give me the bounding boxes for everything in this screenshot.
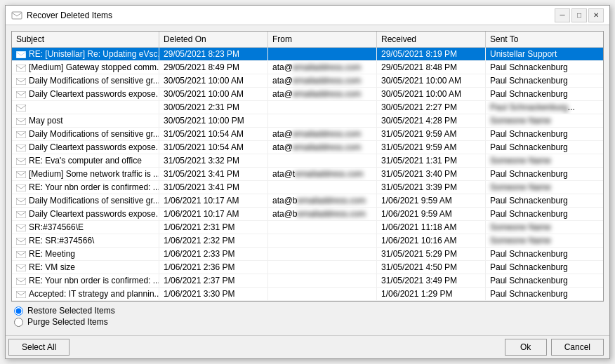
cell-received: 1/06/2021 11:18 AM <box>377 221 486 234</box>
table-row[interactable]: Daily Modifications of sensitive gr...30… <box>12 74 603 88</box>
table-row[interactable]: RE: Meeting1/06/2021 2:33 PM31/05/2021 5… <box>12 248 603 261</box>
cell-from <box>268 221 377 234</box>
cell-sent-to: Someone Name <box>486 221 595 234</box>
ok-button[interactable]: Ok <box>505 339 547 356</box>
cell-subject: Daily Modifications of sensitive gr... <box>12 194 159 207</box>
col-deleted-on[interactable]: Deleted On <box>159 32 268 47</box>
restore-radio[interactable] <box>14 306 23 316</box>
table-header: Subject Deleted On From Received Sent To <box>12 32 603 48</box>
cell-sent-to: Unistellar Support <box>486 48 595 60</box>
table-row[interactable]: Accepted: IT strategy and plannin...1/06… <box>12 288 603 301</box>
table-row[interactable]: RE: Eva's computer and office31/05/2021 … <box>12 154 603 168</box>
cell-sent-to: Paul Schnackenburg <box>486 128 595 140</box>
cell-sent-to: Someone Name <box>486 234 595 247</box>
email-icon <box>16 237 26 244</box>
options-section: Restore Selected Items Purge Selected It… <box>11 302 604 330</box>
cell-sent-to: Paul Schnackenburg <box>486 248 595 260</box>
close-button[interactable]: ✕ <box>588 8 604 22</box>
cell-received: 31/05/2021 9:59 AM <box>377 141 486 154</box>
table-row[interactable]: RE: Your nbn order is confirmed: ...31/0… <box>12 181 603 194</box>
cell-from <box>268 181 377 194</box>
table-row[interactable]: RE: Your nbn order is confirmed: ...1/06… <box>12 274 603 288</box>
svg-rect-0 <box>12 12 22 19</box>
table-row[interactable]: Daily Cleartext passwords expose...30/05… <box>12 88 603 101</box>
table-row[interactable]: RE: SR:#374566\1/06/2021 2:32 PM1/06/202… <box>12 234 603 248</box>
purge-option[interactable]: Purge Selected Items <box>14 317 601 327</box>
dialog: Recover Deleted Items ─ □ ✕ Subject Dele… <box>5 5 610 359</box>
cell-from <box>268 234 377 247</box>
dialog-icon <box>11 10 22 21</box>
col-sent-to[interactable]: Sent To <box>486 32 595 47</box>
cell-subject: Daily Cleartext passwords expose... <box>12 141 159 154</box>
dialog-title: Recover Deleted Items <box>27 11 555 20</box>
cell-deleted-on: 30/05/2021 10:00 AM <box>159 88 268 100</box>
cell-subject: RE: Your nbn order is confirmed: ... <box>12 181 159 194</box>
cell-deleted-on: 1/06/2021 2:31 PM <box>159 221 268 234</box>
cell-from: ata@emailaddress.com <box>268 61 377 74</box>
select-all-button[interactable]: Select All <box>8 339 70 356</box>
email-icon <box>16 117 26 124</box>
purge-label: Purge Selected Items <box>27 317 108 327</box>
table-row[interactable]: Daily Cleartext passwords expose...31/05… <box>12 141 603 154</box>
table-row[interactable]: RE: [Unistellar] Re: Updating eVsc...29/… <box>12 48 603 61</box>
cell-from <box>268 288 377 300</box>
svg-rect-18 <box>16 278 26 285</box>
cell-deleted-on: 1/06/2021 10:17 AM <box>159 194 268 207</box>
svg-rect-8 <box>16 144 26 151</box>
table-row[interactable]: May post30/05/2021 10:00 PM30/05/2021 4:… <box>12 114 603 128</box>
cell-from: ata@temailaddress.com <box>268 168 377 180</box>
cell-sent-to: Paul Schnackenburg <box>486 194 595 207</box>
svg-rect-19 <box>16 291 26 298</box>
cell-sent-to: Paul Schnackenburg <box>486 208 595 220</box>
email-icon <box>16 104 26 111</box>
cell-deleted-on: 1/06/2021 3:30 PM <box>159 288 268 300</box>
table-row[interactable]: RE: VM size1/06/2021 2:36 PM31/05/2021 4… <box>12 261 603 274</box>
window-controls: ─ □ ✕ <box>555 8 604 22</box>
table-body: RE: [Unistellar] Re: Updating eVsc...29/… <box>12 48 603 301</box>
svg-rect-14 <box>16 224 26 231</box>
cell-sent-to: Paul Schnackenburg <box>486 168 595 180</box>
table-row[interactable]: 30/05/2021 2:31 PM30/05/2021 2:27 PMPaul… <box>12 101 603 114</box>
cell-from <box>268 48 377 60</box>
svg-rect-11 <box>16 184 26 191</box>
cell-deleted-on: 30/05/2021 10:00 PM <box>159 114 268 127</box>
cell-deleted-on: 1/06/2021 2:37 PM <box>159 274 268 287</box>
table-row[interactable]: Daily Modifications of sensitive gr...31… <box>12 128 603 141</box>
svg-rect-2 <box>16 65 26 72</box>
col-subject[interactable]: Subject <box>12 32 159 47</box>
table-row[interactable]: [Medium] Gateway stopped comm...29/05/20… <box>12 61 603 74</box>
cell-subject: RE: [Unistellar] Re: Updating eVsc... <box>12 48 159 60</box>
purge-radio[interactable] <box>14 318 23 327</box>
cell-from <box>268 114 377 127</box>
table-row[interactable]: [Medium] Some network traffic is ...31/0… <box>12 168 603 181</box>
maximize-button[interactable]: □ <box>571 8 587 22</box>
cell-subject: Accepted: IT strategy and plannin... <box>12 288 159 300</box>
restore-option[interactable]: Restore Selected Items <box>14 306 601 316</box>
table-row[interactable]: SR:#374566\E1/06/2021 2:31 PM1/06/2021 1… <box>12 221 603 234</box>
cell-subject: Daily Modifications of sensitive gr... <box>12 128 159 140</box>
cell-from <box>268 261 377 274</box>
svg-rect-16 <box>16 251 26 258</box>
svg-rect-4 <box>16 91 26 98</box>
minimize-button[interactable]: ─ <box>555 8 570 22</box>
email-icon <box>16 184 26 191</box>
cell-received: 1/06/2021 10:16 AM <box>377 234 486 247</box>
svg-rect-13 <box>16 211 26 218</box>
col-received[interactable]: Received <box>377 32 486 47</box>
svg-rect-9 <box>16 158 26 165</box>
cell-deleted-on: 29/05/2021 8:49 PM <box>159 61 268 74</box>
cell-from <box>268 101 377 114</box>
cell-sent-to: Someone Name <box>486 181 595 194</box>
svg-rect-10 <box>16 171 26 178</box>
cell-sent-to: Someone Name <box>486 154 595 167</box>
email-icon <box>16 77 26 84</box>
action-buttons: Ok Cancel <box>505 339 604 356</box>
table-row[interactable]: Daily Cleartext passwords expose...1/06/… <box>12 208 603 221</box>
table-row[interactable]: Daily Modifications of sensitive gr...1/… <box>12 194 603 208</box>
title-bar: Recover Deleted Items ─ □ ✕ <box>6 6 609 25</box>
cell-subject: Daily Cleartext passwords expose... <box>12 88 159 100</box>
cell-subject: [Medium] Gateway stopped comm... <box>12 61 159 74</box>
col-from[interactable]: From <box>268 32 377 47</box>
cancel-button[interactable]: Cancel <box>551 339 604 356</box>
email-icon <box>16 264 26 271</box>
